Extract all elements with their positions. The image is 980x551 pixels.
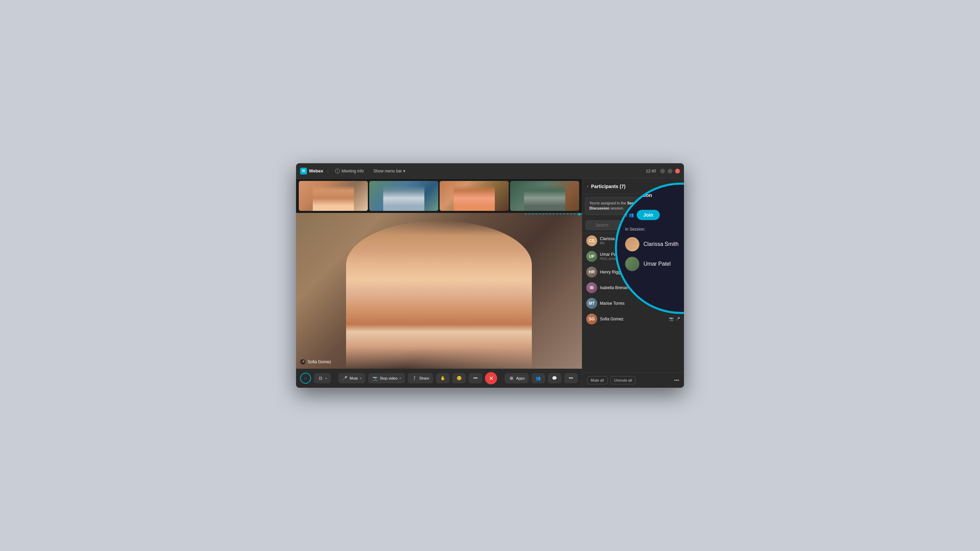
thumb-person-2 [383, 185, 425, 211]
mic-active-icon-sofia: 🎤 [676, 317, 680, 321]
webex-activity-icon[interactable]: ○ [300, 373, 311, 384]
mic-indicator: 🎤 [300, 359, 305, 365]
zoom-join-button[interactable]: Join [637, 210, 660, 220]
stop-video-button[interactable]: 📷 Stop video ▾ [368, 373, 405, 383]
share-label: Share [419, 376, 429, 380]
time-display: 12:40 [646, 169, 656, 173]
zoom-avatar-clarissa [625, 237, 640, 251]
show-menu-button[interactable]: Show menu bar ▾ [371, 167, 408, 175]
settings-button[interactable]: ••• [564, 373, 578, 383]
maximize-button[interactable]: □ [668, 169, 672, 173]
more-participants-icon[interactable]: ••• [674, 378, 679, 383]
end-call-icon: ✕ [489, 375, 493, 382]
reactions-button[interactable]: ✋ [436, 373, 450, 383]
captions-button[interactable]: ⊡ ▾ [314, 373, 331, 383]
info-icon: i [335, 169, 340, 173]
main-video-person [346, 221, 532, 369]
app-window: W Webex | i Meeting info Show menu bar ▾… [296, 163, 684, 388]
ctrl-center: 🎤 Mute ▾ 📷 Stop video ▾ ⤴ Share ✋ [338, 372, 498, 384]
apps-icon: ⊞ [509, 375, 514, 381]
captions-chevron: ▾ [325, 377, 327, 380]
more-options-button[interactable]: ••• [469, 373, 482, 383]
avatar-sofia: SG [586, 314, 597, 324]
webex-logo: W Webex [300, 168, 323, 175]
webex-icon: W [300, 168, 307, 175]
video-area: ✕ ⊞ Layout 🎤 Sofia Gomez [296, 179, 582, 388]
emoji-button[interactable]: 😊 [452, 373, 466, 383]
avatar-henry: HR [586, 267, 597, 278]
end-call-button[interactable]: ✕ [485, 372, 497, 384]
mute-button[interactable]: 🎤 Mute ▾ [338, 373, 366, 383]
panel-title: Participants (7) [591, 184, 663, 189]
video-icon-sofia: 📷 [669, 317, 674, 321]
thumbnail-2[interactable]: ✕ [369, 181, 438, 211]
main-video: 🎤 Sofia Gomez [296, 213, 582, 369]
zoom-people-icon: 👥 [629, 213, 634, 218]
zoom-actions: 2 👥 Join [617, 210, 684, 224]
participant-controls-sofia: 📷 🎤 [669, 317, 680, 321]
video-icon: 📷 [372, 375, 378, 381]
title-bar-left: W Webex | i Meeting info Show menu bar ▾ [300, 167, 408, 175]
mute-icon-thumb2: ✕ [371, 206, 373, 210]
mute-chevron: ▾ [360, 377, 361, 380]
zoom-name-umar: Umar Patel [643, 261, 671, 267]
reactions-icon: ✋ [440, 375, 445, 381]
main-video-label: 🎤 Sofia Gomez [300, 359, 331, 365]
mute-all-button[interactable]: Mute all [587, 376, 608, 384]
session-text-post: session. [609, 206, 624, 210]
show-menu-label: Show menu bar [373, 169, 402, 173]
more-icon: ••• [473, 375, 478, 381]
emoji-icon: 😊 [456, 375, 462, 381]
apps-button[interactable]: ⊞ Apps [504, 373, 529, 383]
close-button[interactable]: ✕ [675, 169, 680, 173]
mic-icon: 🎤 [342, 375, 348, 381]
thumb-person-3 [453, 185, 495, 211]
ctrl-right: ⊞ Apps 👥 💬 ••• [504, 373, 578, 383]
minimize-button[interactable]: ─ [660, 169, 665, 173]
avatar-isabella: IB [586, 282, 597, 293]
avatar-marise: MT [586, 298, 597, 309]
zoom-name-clarissa: Clarissa Smith [643, 241, 679, 247]
title-bar-right: 12:40 ─ □ ✕ [646, 169, 680, 173]
control-bar: ○ ⊡ ▾ 🎤 Mute ▾ 📷 Stop video ▾ [296, 369, 582, 388]
avatar-clarissa: CS [586, 235, 597, 246]
apps-label: Apps [516, 376, 525, 380]
participant-name-sofia: Sofia Gomez [600, 317, 666, 321]
video-chevron: ▾ [399, 377, 401, 380]
participants-icon: 👥 [536, 375, 541, 381]
speaker-name: Sofia Gomez [308, 359, 331, 364]
zoom-session-title: In Session: [617, 224, 684, 234]
zoom-participant-2: Umar Patel [617, 254, 684, 274]
session-text-pre: You're assigned to the [589, 201, 627, 205]
window-controls: ─ □ ✕ [660, 169, 680, 173]
title-bar: W Webex | i Meeting info Show menu bar ▾… [296, 163, 684, 179]
chat-button[interactable]: 💬 [548, 373, 562, 383]
chat-icon: 💬 [552, 375, 557, 381]
mute-label: Mute [350, 376, 358, 380]
panel-footer: Mute all Unmute all ••• [582, 372, 684, 388]
participant-item-sofia[interactable]: SG Sofia Gomez 📷 🎤 [582, 311, 684, 327]
participants-button[interactable]: 👥 [531, 373, 545, 383]
title-separator: | [327, 169, 328, 173]
arrow-line [525, 214, 582, 214]
thumbnail-4[interactable] [510, 181, 579, 211]
settings-icon: ••• [568, 375, 574, 381]
ctrl-left: ○ ⊡ ▾ [300, 373, 331, 384]
avatar-umar: UP [586, 251, 597, 262]
thumbnail-1[interactable] [299, 181, 368, 211]
participant-info-sofia: Sofia Gomez [600, 317, 666, 321]
chevron-down-icon: ▾ [403, 169, 405, 173]
thumbnail-3[interactable] [440, 181, 509, 211]
zoom-avatar-umar [625, 257, 640, 271]
stop-video-label: Stop video [380, 376, 398, 380]
share-icon: ⤴ [412, 375, 417, 381]
zoom-participant-1: Clarissa Smith [617, 234, 684, 254]
meeting-info-label: Meeting info [342, 169, 364, 173]
panel-chevron-icon[interactable]: › [587, 184, 588, 189]
share-button[interactable]: ⤴ Share [408, 373, 433, 383]
main-area: ✕ ⊞ Layout 🎤 Sofia Gomez [296, 179, 684, 388]
zoom-count: 2 👥 [625, 213, 634, 218]
meeting-info-button[interactable]: i Meeting info [332, 167, 366, 175]
unmute-all-button[interactable]: Unmute all [611, 376, 636, 384]
app-title: Webex [309, 168, 323, 173]
